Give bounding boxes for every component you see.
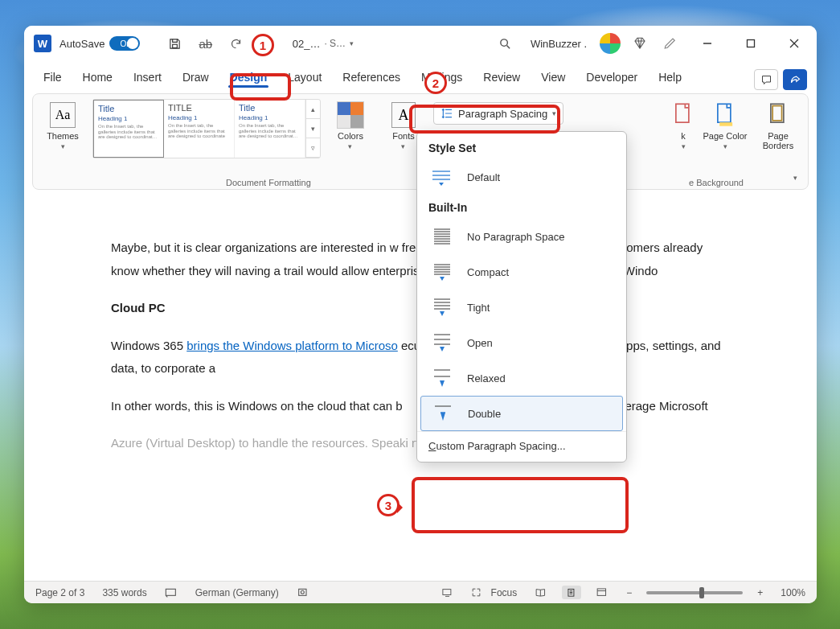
title-bar: W AutoSave On ab ▾ 02_… · S… ▾ WinBuzzer… [24, 26, 817, 61]
dropdown-section-styleset: Style Set [417, 135, 626, 159]
gallery-scroll[interactable]: ▴▾▿ [305, 100, 320, 158]
tab-design[interactable]: Design [220, 66, 277, 90]
svg-rect-0 [173, 44, 178, 47]
svg-rect-14 [166, 589, 175, 595]
display-settings-icon[interactable] [438, 586, 457, 600]
style-item-2[interactable]: TITLE Heading 1 On the Insert tab, the g… [164, 100, 235, 158]
draw-pen-icon[interactable] [659, 32, 682, 55]
focus-mode-button[interactable]: Focus [468, 586, 520, 600]
spacing-open-icon [428, 331, 454, 354]
language-indicator[interactable]: German (Germany) [192, 586, 282, 600]
dropdown-item-no-space[interactable]: No Paragraph Space [417, 219, 626, 254]
dropdown-section-builtin: Built-In [417, 195, 626, 219]
svg-rect-10 [718, 104, 731, 122]
tab-insert[interactable]: Insert [124, 66, 171, 90]
svg-rect-13 [772, 106, 781, 121]
dropdown-item-custom[interactable]: Custom Paragraph Spacing... [417, 431, 626, 460]
svg-rect-17 [443, 589, 451, 594]
themes-button[interactable]: Aa Themes▾ [39, 99, 86, 151]
word-app-icon: W [34, 35, 51, 52]
spacing-tight-icon [428, 296, 454, 319]
tab-file[interactable]: File [34, 66, 72, 90]
group-label-formatting: Document Formatting [226, 178, 311, 187]
tab-draw[interactable]: Draw [173, 66, 219, 90]
dropdown-item-tight[interactable]: Tight [417, 290, 626, 325]
svg-rect-22 [597, 589, 605, 595]
spacing-relaxed-icon [428, 367, 454, 389]
svg-rect-15 [298, 589, 305, 595]
close-button[interactable] [776, 28, 812, 59]
tab-home[interactable]: Home [73, 66, 122, 90]
read-mode-button[interactable] [531, 586, 551, 599]
document-name[interactable]: 02_… · S… ▾ [293, 38, 354, 50]
style-item-1[interactable]: Title Heading 1 On the Insert tab, the g… [93, 100, 164, 158]
style-item-3[interactable]: Title Heading 1 On the Insert tab, the g… [235, 100, 305, 158]
paragraph-spacing-button[interactable]: Paragraph Spacing ▾ [433, 102, 563, 125]
svg-point-1 [501, 39, 508, 46]
autosave-label: AutoSave [59, 38, 104, 50]
dropdown-item-default[interactable]: Default [417, 159, 626, 195]
share-button[interactable] [783, 69, 807, 90]
dropdown-item-compact[interactable]: Compact [417, 254, 626, 290]
watermark-button[interactable]: k▾ [671, 99, 695, 151]
user-name: WinBuzzer . [531, 38, 587, 50]
colors-button[interactable]: Colors▾ [327, 99, 374, 151]
paragraph-spacing-icon [440, 107, 453, 120]
spacing-double-icon [429, 402, 455, 425]
group-label-background: e Background [689, 178, 744, 187]
web-layout-button[interactable] [592, 586, 612, 599]
autosave-state: On [120, 39, 130, 48]
ribbon-collapse-button[interactable]: ▾ [787, 170, 803, 186]
status-bar: Page 2 of 3 335 words German (Germany) F… [24, 581, 817, 603]
accessibility-icon[interactable] [293, 586, 313, 600]
premium-icon[interactable] [629, 32, 651, 55]
user-avatar[interactable] [600, 33, 621, 54]
maximize-button[interactable] [733, 28, 768, 59]
undo-button[interactable]: ab [195, 32, 217, 55]
dropdown-item-double[interactable]: Double [420, 396, 623, 431]
annotation-callout-3: 3 [377, 494, 400, 516]
dropdown-item-open[interactable]: Open [417, 325, 626, 360]
zoom-in-button[interactable]: + [754, 586, 766, 600]
hyperlink[interactable]: brings the Windows platform to Microso [186, 339, 398, 352]
zoom-slider[interactable] [646, 591, 743, 594]
spacing-none-icon [428, 225, 454, 248]
save-button[interactable] [164, 32, 186, 55]
page-color-button[interactable]: Page Color ▾ [702, 99, 748, 151]
tab-view[interactable]: View [531, 66, 575, 90]
comments-button[interactable] [754, 69, 778, 90]
spacing-default-icon [428, 166, 454, 188]
tab-references[interactable]: References [333, 66, 410, 90]
dropdown-item-relaxed[interactable]: Relaxed [417, 360, 626, 396]
svg-rect-3 [748, 40, 755, 47]
zoom-out-button[interactable]: − [623, 586, 635, 600]
tab-review[interactable]: Review [473, 66, 530, 90]
search-button[interactable] [494, 31, 518, 56]
tab-developer[interactable]: Developer [576, 66, 647, 90]
redo-button[interactable] [225, 32, 248, 55]
svg-point-16 [301, 590, 304, 594]
chevron-down-icon: ▾ [552, 109, 556, 117]
zoom-level[interactable]: 100% [777, 586, 809, 600]
paragraph-spacing-dropdown: Style Set Default Built-In No Paragraph … [416, 131, 627, 462]
style-set-gallery[interactable]: Title Heading 1 On the Insert tab, the g… [92, 99, 321, 158]
print-layout-button[interactable] [562, 586, 581, 599]
page-indicator[interactable]: Page 2 of 3 [32, 586, 88, 600]
annotation-callout-2: 2 [424, 72, 447, 94]
ribbon-tabs: File Home Insert Draw Design Layout Refe… [24, 61, 817, 90]
svg-rect-9 [676, 104, 689, 122]
spellcheck-icon[interactable] [162, 586, 181, 600]
page-borders-button[interactable]: Page Borders [755, 99, 801, 150]
minimize-button[interactable] [690, 28, 725, 59]
tab-help[interactable]: Help [649, 66, 691, 90]
tab-layout[interactable]: Layout [278, 66, 331, 90]
svg-rect-11 [719, 122, 732, 126]
autosave-toggle[interactable]: AutoSave On [59, 36, 156, 51]
spacing-compact-icon [428, 261, 454, 283]
chevron-down-icon: ▾ [350, 39, 354, 47]
word-count[interactable]: 335 words [99, 586, 150, 600]
annotation-callout-1: 1 [252, 34, 274, 56]
